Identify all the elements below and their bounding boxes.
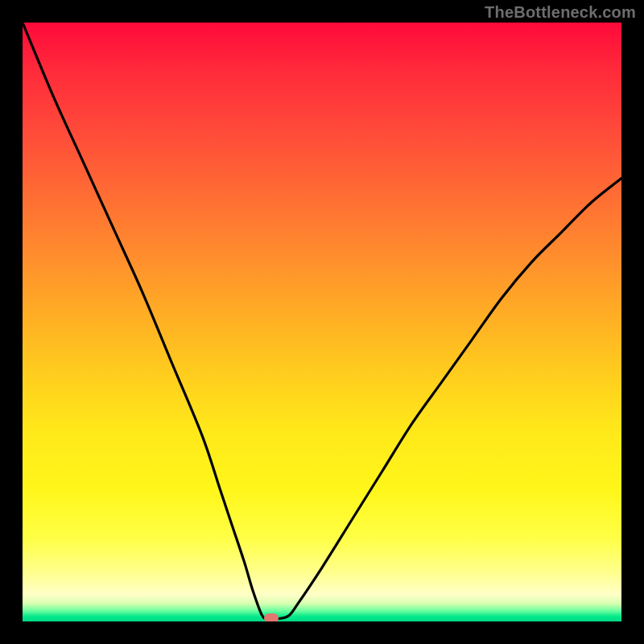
bottleneck-curve: [23, 23, 621, 619]
plot-area: [23, 23, 621, 621]
watermark-text: TheBottleneck.com: [485, 3, 636, 22]
curve-svg: [23, 23, 621, 621]
chart-frame: TheBottleneck.com: [0, 0, 644, 644]
minimum-marker: [264, 613, 279, 621]
